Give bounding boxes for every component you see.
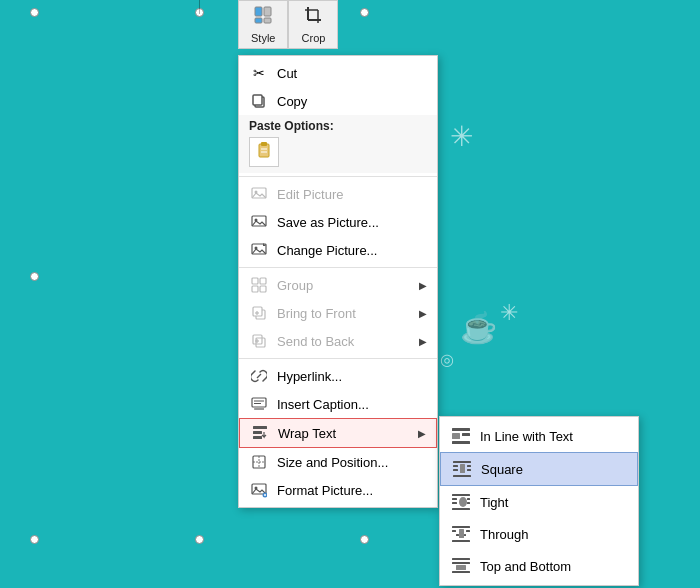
size-and-position-icon [249,452,269,472]
handle-tr[interactable] [360,8,369,17]
insert-caption-label: Insert Caption... [277,397,427,412]
svg-rect-9 [253,95,262,105]
send-to-back-arrow: ▶ [419,336,427,347]
submenu-square[interactable]: Square [440,452,638,486]
format-picture-label: Format Picture... [277,483,427,498]
svg-rect-37 [253,431,262,434]
svg-rect-41 [462,433,470,436]
svg-rect-61 [456,534,459,536]
svg-rect-20 [252,278,258,284]
in-line-icon [450,425,472,447]
svg-rect-56 [452,508,470,510]
svg-rect-1 [255,18,262,23]
svg-rect-50 [452,494,470,496]
separator-3 [239,358,437,359]
handle-ml[interactable] [30,272,39,281]
menu-insert-caption[interactable]: Insert Caption... [239,390,437,418]
menu-size-and-position[interactable]: Size and Position... [239,448,437,476]
bring-to-front-arrow: ▶ [419,308,427,319]
menu-group: Group ▶ [239,271,437,299]
menu-bring-to-front: Bring to Front ▶ [239,299,437,327]
svg-rect-64 [452,558,470,560]
edit-picture-icon [249,184,269,204]
crop-label: Crop [302,32,326,44]
svg-rect-3 [264,18,271,23]
wrap-text-submenu: In Line with Text Square [439,416,639,586]
handle-tl[interactable] [30,8,39,17]
bring-to-front-label: Bring to Front [277,306,411,321]
svg-rect-42 [452,441,470,444]
crop-icon [303,5,323,30]
send-to-back-label: Send to Back [277,334,411,349]
menu-hyperlink[interactable]: Hyperlink... [239,362,437,390]
svg-rect-36 [253,426,267,429]
size-and-position-label: Size and Position... [277,455,427,470]
wrap-text-icon [250,423,270,443]
format-picture-icon [249,480,269,500]
submenu-through[interactable]: Through [440,518,638,550]
svg-rect-55 [467,502,470,504]
change-picture-label: Change Picture... [277,243,427,258]
paste-icon-btn-1[interactable] [249,137,279,167]
hyperlink-label: Hyperlink... [277,369,427,384]
svg-rect-58 [452,530,456,532]
svg-rect-38 [253,436,262,439]
menu-copy[interactable]: Copy [239,87,437,115]
hyperlink-icon [249,366,269,386]
cut-icon: ✂ [249,63,269,83]
svg-rect-39 [452,428,470,431]
handle-bm[interactable] [195,535,204,544]
through-label: Through [480,527,628,542]
separator-2 [239,267,437,268]
svg-point-52 [459,497,467,507]
wrap-text-label: Wrap Text [278,426,410,441]
crop-button[interactable]: Crop [288,0,338,49]
top-and-bottom-icon [450,555,472,577]
svg-rect-53 [467,498,470,500]
svg-rect-22 [252,286,258,292]
tight-label: Tight [480,495,628,510]
svg-rect-59 [459,529,464,538]
svg-rect-46 [467,465,471,467]
menu-edit-picture: Edit Picture [239,180,437,208]
snowflake-3: ✳ [500,300,518,326]
style-button[interactable]: Style [238,0,288,49]
svg-rect-45 [460,464,465,473]
wrap-text-arrow: ▶ [418,428,426,439]
menu-change-picture[interactable]: Change Picture... [239,236,437,264]
paste-options-section: Paste Options: [239,115,437,173]
svg-rect-32 [252,398,266,407]
submenu-tight[interactable]: Tight [440,486,638,518]
context-menu: ✂ Cut Copy Paste Options: [238,55,438,508]
save-as-picture-icon [249,212,269,232]
svg-rect-62 [464,534,466,536]
copy-label: Copy [277,94,427,109]
paste-options-label: Paste Options: [249,119,427,133]
submenu-in-line-with-text[interactable]: In Line with Text [440,420,638,452]
svg-rect-65 [452,562,470,564]
svg-rect-60 [466,530,470,532]
square-label: Square [481,462,627,477]
menu-cut[interactable]: ✂ Cut [239,59,437,87]
snowflake-1: ✳ [450,120,473,153]
svg-rect-44 [453,465,458,467]
menu-format-picture[interactable]: Format Picture... [239,476,437,504]
svg-rect-11 [261,142,267,146]
svg-rect-49 [453,475,471,477]
send-to-back-icon [249,331,269,351]
handle-br[interactable] [360,535,369,544]
style-icon [253,5,273,30]
in-line-label: In Line with Text [480,429,628,444]
svg-rect-67 [452,571,470,573]
top-and-bottom-label: Top and Bottom [480,559,628,574]
menu-save-as-picture[interactable]: Save as Picture... [239,208,437,236]
svg-rect-43 [453,461,471,463]
handle-bl[interactable] [30,535,39,544]
decor-cup: ☕ [460,310,497,345]
svg-rect-63 [452,540,470,542]
submenu-top-and-bottom[interactable]: Top and Bottom [440,550,638,582]
bring-to-front-icon [249,303,269,323]
menu-wrap-text[interactable]: Wrap Text ▶ In Line with Text [239,418,437,448]
cut-label: Cut [277,66,427,81]
svg-rect-57 [452,526,470,528]
